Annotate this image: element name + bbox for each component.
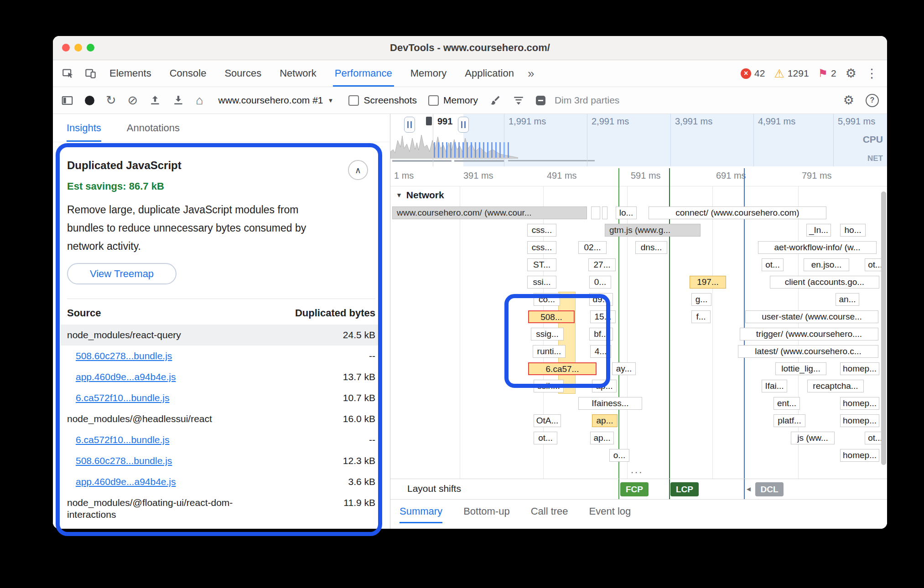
network-request[interactable]: OtA...: [534, 414, 561, 427]
upload-profile-icon[interactable]: [149, 94, 161, 106]
network-request[interactable]: [602, 206, 607, 219]
network-request[interactable]: an...: [836, 293, 859, 306]
network-request[interactable]: ap...: [590, 432, 614, 444]
network-request[interactable]: ot...: [762, 258, 784, 271]
network-request[interactable]: o...: [609, 449, 629, 462]
help-icon[interactable]: ?: [866, 94, 879, 107]
marker-badge-lcp[interactable]: LCP: [670, 482, 699, 496]
network-request[interactable]: client (accounts.go...: [770, 276, 879, 289]
network-request[interactable]: Ifainess...: [578, 397, 642, 410]
clear-icon[interactable]: ⊘: [128, 94, 138, 107]
network-request[interactable]: [591, 206, 600, 219]
network-request[interactable]: homep...: [840, 449, 879, 462]
throttling-icon[interactable]: [513, 94, 524, 106]
network-request[interactable]: ho...: [840, 224, 866, 237]
inspect-element-icon[interactable]: [62, 67, 74, 80]
network-request[interactable]: ent...: [773, 397, 800, 410]
more-requests-ellipsis[interactable]: ...: [631, 464, 643, 476]
source-file-link[interactable]: app.460d9e...a94b4e.js: [76, 476, 286, 488]
network-request[interactable]: connect/ (www.coursehero.com): [649, 206, 826, 219]
network-request[interactable]: 15...: [590, 310, 616, 323]
window-left-handle[interactable]: [404, 117, 415, 133]
network-request[interactable]: platf...: [773, 414, 805, 427]
network-request[interactable]: g...: [691, 293, 711, 306]
network-request[interactable]: 02...: [578, 241, 607, 254]
bottom-tab-summary[interactable]: Summary: [400, 500, 442, 523]
network-request[interactable]: runti...: [533, 345, 566, 358]
network-request[interactable]: ap...: [592, 380, 617, 392]
network-request[interactable]: js (ww...: [791, 432, 835, 444]
network-request[interactable]: ssi...: [527, 276, 556, 289]
network-request[interactable]: bf...: [589, 328, 613, 340]
network-request[interactable]: gtm.js (www.g...: [605, 224, 701, 237]
record-button[interactable]: [85, 96, 94, 105]
network-request[interactable]: ap...: [592, 414, 618, 427]
network-request[interactable]: aet-workflow-info/ (w...: [758, 241, 877, 254]
network-request[interactable]: 508...: [528, 310, 575, 323]
device-toolbar-icon[interactable]: [84, 67, 97, 80]
network-request[interactable]: 0...: [589, 276, 611, 289]
tab-sources[interactable]: Sources: [224, 60, 261, 87]
network-request[interactable]: user-state/ (www.course...: [745, 310, 878, 323]
bottom-tab-event-log[interactable]: Event log: [589, 500, 631, 523]
close-button[interactable]: [62, 44, 70, 52]
view-treemap-button[interactable]: View Treemap: [67, 263, 176, 284]
network-request[interactable]: 6.ca57...: [528, 362, 597, 375]
network-request[interactable]: 197...: [690, 276, 726, 289]
toggle-sidebar-icon[interactable]: [61, 94, 73, 107]
tab-application[interactable]: Application: [465, 60, 514, 87]
network-request[interactable]: css...: [527, 224, 556, 237]
network-request[interactable]: ssih...: [534, 380, 564, 392]
home-icon[interactable]: ⌂: [196, 94, 203, 107]
zoom-button[interactable]: [87, 44, 94, 52]
network-request[interactable]: lottie_lig...: [775, 362, 826, 375]
network-request[interactable]: homep...: [840, 414, 879, 427]
reload-and-record-icon[interactable]: ↻: [106, 94, 116, 107]
network-request[interactable]: www.coursehero.com/ (www.cour...: [392, 206, 587, 219]
profile-history-select[interactable]: www.coursehero.com #1 ▼: [218, 95, 334, 106]
screenshots-checkbox[interactable]: Screenshots: [348, 95, 417, 106]
sidebar-tab-insights[interactable]: Insights: [67, 114, 101, 142]
network-request[interactable]: recaptcha...: [807, 380, 864, 392]
gc-brush-icon[interactable]: [489, 94, 501, 106]
network-request[interactable]: 27...: [588, 258, 616, 271]
source-file-link[interactable]: 508.60c278...bundle.js: [76, 350, 286, 362]
network-request[interactable]: co...: [534, 293, 560, 306]
network-request[interactable]: trigger/ (www.coursehero....: [740, 328, 878, 340]
sidebar-tab-annotations[interactable]: Annotations: [127, 114, 180, 142]
network-request[interactable]: latest/ (www.coursehero.c...: [738, 345, 878, 358]
dim-3rd-parties-toggle[interactable]: Dim 3rd parties: [536, 95, 619, 106]
capture-settings-icon[interactable]: ⚙: [843, 94, 854, 107]
network-request[interactable]: ot...: [534, 432, 557, 444]
bottom-tab-bottom-up[interactable]: Bottom-up: [463, 500, 510, 523]
timeline-overview[interactable]: CPU NET 9911,991 ms2,991 ms3,991 ms4,991…: [390, 114, 887, 167]
network-request[interactable]: d9...: [589, 293, 613, 306]
tab-elements[interactable]: Elements: [109, 60, 151, 87]
network-request[interactable]: _In...: [806, 224, 831, 237]
network-request[interactable]: Ifai...: [762, 380, 787, 392]
memory-checkbox[interactable]: Memory: [428, 95, 478, 106]
network-request[interactable]: css...: [527, 241, 556, 254]
tab-performance[interactable]: Performance: [335, 60, 392, 87]
console-warnings[interactable]: ⚠ 1291: [774, 68, 809, 79]
network-request[interactable]: f...: [691, 310, 711, 323]
network-request[interactable]: ay...: [612, 362, 636, 375]
network-request[interactable]: ssig...: [531, 328, 564, 340]
network-request[interactable]: lo...: [616, 206, 637, 219]
network-section-header[interactable]: ▼ Network: [396, 190, 444, 201]
network-request[interactable]: 4...: [590, 345, 611, 358]
console-errors[interactable]: × 42: [741, 68, 765, 79]
issues[interactable]: ⚑ 2: [818, 68, 836, 79]
tab-network[interactable]: Network: [280, 60, 317, 87]
collapse-insight-button[interactable]: ∧: [348, 160, 368, 180]
source-file-link[interactable]: 6.ca572f10...bundle.js: [76, 392, 286, 404]
network-request[interactable]: dns...: [635, 241, 667, 254]
source-file-link[interactable]: app.460d9e...a94b4e.js: [76, 371, 286, 383]
network-request[interactable]: homep...: [840, 362, 879, 375]
network-request[interactable]: homep...: [840, 397, 879, 410]
tab-console[interactable]: Console: [170, 60, 207, 87]
vertical-scrollbar[interactable]: [881, 191, 886, 465]
kebab-menu-icon[interactable]: ⋮: [866, 67, 878, 80]
bottom-tab-call-tree[interactable]: Call tree: [531, 500, 568, 523]
network-request[interactable]: ST...: [527, 258, 556, 271]
